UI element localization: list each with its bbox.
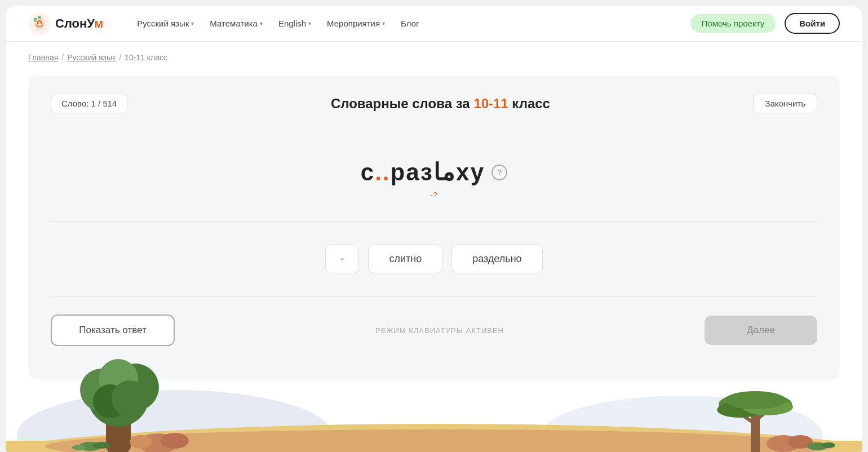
svg-point-19 [112, 380, 148, 416]
breadcrumb-home[interactable]: Главная [28, 53, 58, 62]
logo[interactable]: СлонУм [28, 12, 103, 35]
logo-icon [28, 12, 51, 35]
svg-point-2 [41, 22, 42, 24]
app-window: СлонУм Русский язык ▾ Математика ▾ Engli… [6, 6, 862, 452]
word-display: с..разماху ? [361, 158, 507, 186]
word-area: с..разماху ? -? [51, 158, 817, 199]
card-title: Словарные слова за 10-11 класс [331, 96, 550, 112]
breadcrumb-current: 10-11 класс [125, 53, 167, 62]
login-button[interactable]: Войти [785, 13, 840, 34]
option-dash-button[interactable]: - [325, 245, 359, 273]
landscape-svg [6, 334, 862, 452]
breadcrumb: Главная / Русский язык / 10-11 класс [28, 53, 840, 62]
divider-top [51, 221, 817, 222]
answer-options: - слитно раздельно [51, 245, 817, 273]
breadcrumb-russian[interactable]: Русский язык [67, 53, 116, 62]
help-project-button[interactable]: Помочь проекту [690, 14, 776, 33]
landscape-scene [6, 334, 862, 452]
divider-bottom [51, 296, 817, 296]
card-header: Слово: 1 / 514 Словарные слова за 10-11 … [51, 94, 817, 113]
help-hint-button[interactable]: ? [491, 165, 507, 180]
word-hint: -? [430, 190, 438, 199]
word-body: разماху [391, 159, 485, 185]
nav-item-russian[interactable]: Русский язык ▾ [130, 14, 201, 33]
finish-button[interactable]: Закончить [753, 94, 817, 113]
svg-point-21 [161, 433, 189, 449]
svg-point-36 [822, 442, 835, 448]
question-icon: ? [497, 168, 502, 177]
card-title-highlight: 10-11 [473, 96, 508, 111]
word-text: с..разماху [361, 158, 485, 186]
nav-item-english[interactable]: English ▾ [272, 14, 318, 33]
chevron-down-icon: ▾ [308, 20, 311, 26]
svg-point-32 [724, 391, 786, 409]
nav-item-math[interactable]: Математика ▾ [203, 14, 269, 33]
option-separate-button[interactable]: раздельно [451, 245, 542, 273]
word-dots: .. [375, 159, 390, 185]
svg-point-22 [130, 435, 152, 449]
nav-links: Русский язык ▾ Математика ▾ English ▾ Ме… [130, 14, 672, 33]
nav-item-events[interactable]: Мероприятия ▾ [320, 14, 392, 33]
logo-text: СлонУм [55, 16, 103, 31]
svg-point-25 [72, 445, 86, 450]
word-prefix: с [361, 159, 375, 185]
nav-item-blog[interactable]: Блог [394, 14, 426, 33]
svg-point-1 [37, 22, 39, 24]
svg-point-24 [93, 442, 110, 449]
chevron-down-icon: ▾ [191, 20, 194, 26]
navbar: СлонУм Русский язык ▾ Математика ▾ Engli… [6, 6, 862, 42]
chevron-down-icon: ▾ [382, 20, 385, 26]
breadcrumb-sep1: / [61, 53, 64, 62]
chevron-down-icon: ▾ [260, 20, 263, 26]
nav-right: Помочь проекту Войти [690, 13, 840, 34]
breadcrumb-sep2: / [119, 53, 121, 62]
word-counter: Слово: 1 / 514 [51, 94, 127, 113]
option-together-button[interactable]: слитно [368, 245, 442, 273]
